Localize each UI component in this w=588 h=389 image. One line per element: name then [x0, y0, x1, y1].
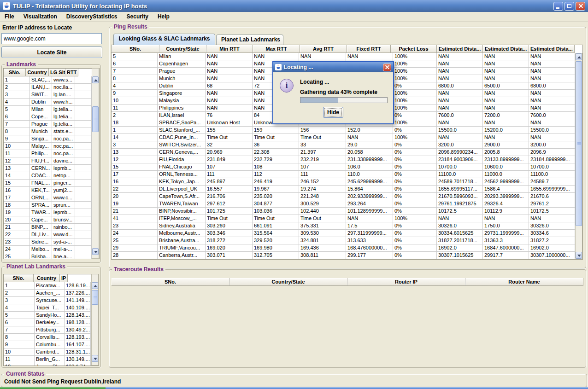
scroll-down-button[interactable] — [576, 252, 582, 259]
tab-planet-lab[interactable]: Planet Lab Ladnmarks — [216, 35, 283, 45]
table-row[interactable]: 23Sidney,Australia303.260661.091375.3311… — [112, 222, 582, 230]
column-header[interactable]: SNo. — [4, 69, 26, 76]
column-header[interactable]: SNo. — [112, 278, 229, 286]
table-row[interactable]: 6Cope...lg.telia... — [4, 113, 99, 121]
column-header[interactable]: Min RTT — [206, 45, 253, 53]
table-row[interactable]: 15FNAL,...pinger... — [4, 180, 99, 187]
vertical-split-divider[interactable] — [102, 22, 109, 370]
table-row[interactable]: 19TWAR...iepmb... — [4, 209, 99, 216]
menu-item[interactable]: Help — [153, 12, 174, 21]
menu-item[interactable]: DiscoveryStatistics — [62, 12, 122, 21]
column-header[interactable]: SNo. — [4, 274, 34, 282]
table-row[interactable]: 7Praguelg.telia... — [4, 121, 99, 128]
column-header[interactable]: Fixed RTT — [347, 45, 391, 53]
minimize-button[interactable] — [553, 2, 563, 11]
column-header[interactable]: Estimated Dista... — [483, 45, 529, 53]
menu-item[interactable]: Security — [122, 12, 153, 21]
table-row[interactable]: 13CERN,Geneva,...20.96922.30821.39720.05… — [112, 149, 582, 156]
column-header[interactable]: RTT — [65, 69, 78, 76]
table-row[interactable]: 6Berkeley...198.128.... — [4, 319, 99, 326]
table-row[interactable]: 22DL,Liverpool_UK16.55719.96719.27415.86… — [112, 186, 582, 193]
table-row[interactable]: 29TRIUMF,Vancou...169.020169.980169.4361… — [112, 244, 582, 252]
table-row[interactable]: 13CERN...iepmb... — [4, 165, 99, 172]
scroll-up-button[interactable] — [92, 282, 98, 289]
table-row[interactable]: 12FIU,Florida231.849232.729232.219231.33… — [112, 156, 582, 163]
table-row[interactable]: 4Dublinwww.h... — [4, 99, 99, 106]
table-row[interactable]: 5SandyHo...128.143.... — [4, 312, 99, 319]
tab-looking-glass-slac[interactable]: Looking Glass & SLAC Ladnmarks — [113, 34, 215, 45]
table-row[interactable]: 22DL,Liv...www.d... — [4, 231, 99, 238]
table-row[interactable]: 5MilanNANNANNANNAN100%NANNANNAN — [112, 53, 582, 60]
scrollbar-thumb[interactable] — [92, 106, 99, 132]
table-row[interactable]: 20Cape...brunsv... — [4, 216, 99, 224]
table-row[interactable]: 7Pittsburg...130.49.2... — [4, 326, 99, 334]
table-row[interactable]: 2Aachen_...137.226.... — [4, 290, 99, 297]
column-header[interactable]: Max RTT — [253, 45, 300, 53]
column-header[interactable]: Estimated Dista... — [529, 45, 575, 53]
table-row[interactable]: 9Columbu...164.107.... — [4, 341, 99, 348]
table-row[interactable]: 16KEK,Tokyo_Jap...245.897246.419246.1522… — [112, 178, 582, 186]
table-row[interactable]: 3SWIT...lg.lan.... — [4, 91, 99, 99]
column-header[interactable]: Router Name — [465, 278, 583, 286]
column-header[interactable]: Packet Loss — [391, 45, 437, 53]
column-header[interactable]: Avg RTT — [300, 45, 347, 53]
table-row[interactable]: 21BINP,...rainbo... — [4, 224, 99, 231]
table-row[interactable]: 20CapeTown,S.Afr...216.706235.020221.248… — [112, 193, 582, 200]
table-row[interactable]: 1Piscataw...128.6.19... — [4, 282, 99, 290]
scrollbar-thumb[interactable] — [576, 61, 582, 226]
column-header[interactable]: Country/State — [159, 45, 206, 53]
table-row[interactable]: 24Melbo...mel-a-... — [4, 246, 99, 253]
column-header[interactable]: Estimated Dista... — [437, 45, 483, 53]
ip-address-input[interactable] — [1, 33, 102, 44]
table-row[interactable]: 3Syracuse...141.149.... — [4, 297, 99, 304]
table-row[interactable]: 12Japan_Pl...133.1.74... — [4, 363, 99, 366]
column-header[interactable]: Country — [26, 69, 49, 76]
table-row[interactable]: 4Taipei_T...140.109.... — [4, 304, 99, 312]
hide-button[interactable]: Hide — [323, 107, 343, 118]
table-row[interactable]: 28Canberra,Austr...303.071312.705308.811… — [112, 252, 582, 259]
menu-item[interactable]: Visualization — [19, 12, 62, 21]
table-row[interactable]: 24Melbourne,Austr...303.346315.564309.53… — [112, 230, 582, 237]
table-row[interactable]: 12FIU,Fl...davinc... — [4, 157, 99, 165]
table-row[interactable]: 16KEK,T...yumj2.... — [4, 187, 99, 194]
table-row[interactable]: 19TWAREN,Taiwan297.612304.877300.529293.… — [112, 200, 582, 208]
table-row[interactable]: 3SWITCH,Switzer...32363329.00%3200.02900… — [112, 141, 582, 149]
table-row[interactable]: 9Singa...noc.pa... — [4, 135, 99, 143]
table-row[interactable]: 21BINP,Novosibir...101.725103.036102.440… — [112, 208, 582, 215]
column-header[interactable]: SNo. — [112, 45, 159, 53]
close-button[interactable] — [576, 2, 585, 11]
scrollbar-thumb[interactable] — [92, 290, 98, 305]
table-row[interactable]: 23Sidne...syd-a-... — [4, 238, 99, 246]
scroll-up-button[interactable] — [576, 53, 582, 60]
table-row[interactable]: 18SPRA...sprun... — [4, 202, 99, 209]
dialog-close-button[interactable] — [383, 64, 391, 71]
table-row[interactable]: 17ORNL...www.c... — [4, 194, 99, 202]
column-header[interactable]: Country/State — [229, 278, 347, 286]
scroll-down-button[interactable] — [92, 248, 99, 255]
table-row[interactable]: 41ITEP,Moscow_...Time OutTime OutTime Ou… — [112, 215, 582, 222]
ping-table-scrollbar[interactable] — [575, 53, 582, 259]
scroll-down-button[interactable] — [92, 355, 98, 362]
table-row[interactable]: 10Malay...noc.pa... — [4, 143, 99, 150]
table-row[interactable]: 11Philip...noc.pa... — [4, 150, 99, 157]
table-row[interactable]: 11Berlin_G...130.149.... — [4, 356, 99, 363]
restore-button[interactable] — [564, 2, 574, 11]
column-header[interactable]: Router IP — [347, 278, 465, 286]
column-header[interactable]: IP — [60, 274, 68, 282]
table-row[interactable]: 1SLAC,Stanford_...155159156152.00%15500.… — [112, 127, 582, 134]
table-row[interactable]: 2ILAN,I...noc.ila... — [4, 84, 99, 91]
table-row[interactable]: 15FNAL,Chicago107108107106.00%10700.0106… — [112, 163, 582, 171]
table-row[interactable]: 25Brisbane,Austra...318.272329.520324.88… — [112, 237, 582, 244]
table-row[interactable]: 5Milanlg.telia... — [4, 106, 99, 113]
table-row[interactable]: 8Corvallis...128.193.... — [4, 334, 99, 341]
column-header[interactable]: Country — [34, 274, 60, 282]
planet-lab-scrollbar[interactable] — [91, 274, 99, 366]
table-row[interactable]: 8Munichstats.e... — [4, 128, 99, 135]
table-row[interactable]: 1SLAC,...www.s... — [4, 76, 99, 84]
table-row[interactable]: 17ORNL,Tenness...111112111110.00%11100.0… — [112, 171, 582, 178]
table-row[interactable]: 25Brisba...bne-a-... — [4, 253, 99, 259]
scroll-up-button[interactable] — [92, 76, 99, 83]
locate-site-button[interactable]: Locate Site — [1, 46, 102, 58]
column-header[interactable]: LG Site — [49, 69, 65, 76]
table-row[interactable]: 10Cambrid...128.31.1.... — [4, 348, 99, 356]
